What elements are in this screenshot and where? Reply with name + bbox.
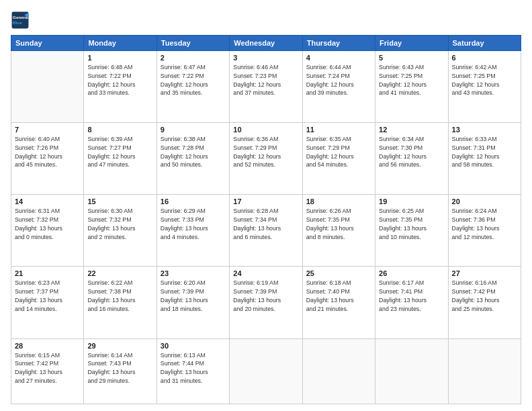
day-info: Sunrise: 6:35 AMSunset: 7:29 PMDaylight:…	[306, 135, 371, 169]
day-info: Sunrise: 6:13 AMSunset: 7:44 PMDaylight:…	[161, 351, 226, 385]
day-cell: 3Sunrise: 6:46 AMSunset: 7:23 PMDaylight…	[230, 51, 302, 123]
day-info: Sunrise: 6:14 AMSunset: 7:43 PMDaylight:…	[87, 351, 152, 385]
day-cell: 23Sunrise: 6:20 AMSunset: 7:39 PMDayligh…	[157, 267, 229, 338]
day-info: Sunrise: 6:22 AMSunset: 7:38 PMDaylight:…	[87, 279, 152, 313]
day-number: 14	[15, 197, 80, 205]
day-info: Sunrise: 6:16 AMSunset: 7:42 PMDaylight:…	[452, 279, 517, 313]
day-number: 25	[306, 269, 371, 277]
day-number: 18	[306, 197, 371, 205]
day-info: Sunrise: 6:30 AMSunset: 7:32 PMDaylight:…	[87, 207, 152, 241]
logo-icon: General Blue	[11, 11, 30, 30]
day-info: Sunrise: 6:23 AMSunset: 7:37 PMDaylight:…	[15, 279, 80, 313]
day-number: 22	[87, 269, 152, 277]
day-cell: 15Sunrise: 6:30 AMSunset: 7:32 PMDayligh…	[84, 195, 157, 267]
day-info: Sunrise: 6:44 AMSunset: 7:24 PMDaylight:…	[306, 63, 371, 97]
day-number: 1	[87, 54, 152, 62]
day-number: 3	[233, 54, 298, 62]
week-row-4: 21Sunrise: 6:23 AMSunset: 7:37 PMDayligh…	[11, 267, 521, 338]
day-info: Sunrise: 6:20 AMSunset: 7:39 PMDaylight:…	[161, 279, 226, 313]
day-info: Sunrise: 6:38 AMSunset: 7:28 PMDaylight:…	[161, 135, 226, 169]
day-number: 6	[452, 54, 517, 62]
day-cell: 11Sunrise: 6:35 AMSunset: 7:29 PMDayligh…	[302, 123, 375, 195]
day-cell: 8Sunrise: 6:39 AMSunset: 7:27 PMDaylight…	[84, 123, 157, 195]
day-cell: 18Sunrise: 6:26 AMSunset: 7:35 PMDayligh…	[302, 195, 375, 267]
day-cell: 19Sunrise: 6:25 AMSunset: 7:35 PMDayligh…	[375, 195, 448, 267]
day-info: Sunrise: 6:47 AMSunset: 7:22 PMDaylight:…	[161, 63, 226, 97]
day-info: Sunrise: 6:39 AMSunset: 7:27 PMDaylight:…	[87, 135, 152, 169]
day-cell	[375, 338, 448, 404]
day-number: 28	[15, 342, 80, 350]
day-cell: 6Sunrise: 6:42 AMSunset: 7:25 PMDaylight…	[448, 51, 521, 123]
day-cell	[302, 338, 375, 404]
day-number: 26	[379, 269, 444, 277]
day-number: 30	[161, 342, 226, 350]
day-info: Sunrise: 6:25 AMSunset: 7:35 PMDaylight:…	[379, 207, 444, 241]
day-number: 10	[233, 126, 298, 134]
calendar-table: SundayMondayTuesdayWednesdayThursdayFrid…	[11, 35, 521, 404]
day-number: 4	[306, 54, 371, 62]
day-cell	[448, 338, 521, 404]
day-cell: 1Sunrise: 6:48 AMSunset: 7:22 PMDaylight…	[84, 51, 157, 123]
day-cell: 26Sunrise: 6:17 AMSunset: 7:41 PMDayligh…	[375, 267, 448, 338]
day-cell: 30Sunrise: 6:13 AMSunset: 7:44 PMDayligh…	[157, 338, 229, 404]
day-info: Sunrise: 6:33 AMSunset: 7:31 PMDaylight:…	[452, 135, 517, 169]
col-header-saturday: Saturday	[448, 36, 521, 51]
day-info: Sunrise: 6:26 AMSunset: 7:35 PMDaylight:…	[306, 207, 371, 241]
day-info: Sunrise: 6:48 AMSunset: 7:22 PMDaylight:…	[87, 63, 152, 97]
day-cell	[230, 338, 302, 404]
day-number: 13	[452, 126, 517, 134]
day-cell: 29Sunrise: 6:14 AMSunset: 7:43 PMDayligh…	[84, 338, 157, 404]
page: General Blue SundayMondayTuesdayWednesda…	[0, 0, 532, 411]
day-cell: 12Sunrise: 6:34 AMSunset: 7:30 PMDayligh…	[375, 123, 448, 195]
day-cell: 7Sunrise: 6:40 AMSunset: 7:26 PMDaylight…	[11, 123, 84, 195]
day-cell: 17Sunrise: 6:28 AMSunset: 7:34 PMDayligh…	[230, 195, 302, 267]
day-number: 15	[87, 197, 152, 205]
day-cell: 9Sunrise: 6:38 AMSunset: 7:28 PMDaylight…	[157, 123, 229, 195]
day-cell: 2Sunrise: 6:47 AMSunset: 7:22 PMDaylight…	[157, 51, 229, 123]
day-info: Sunrise: 6:42 AMSunset: 7:25 PMDaylight:…	[452, 63, 517, 97]
col-header-thursday: Thursday	[302, 36, 375, 51]
day-number: 19	[379, 197, 444, 205]
day-number: 8	[87, 126, 152, 134]
day-number: 12	[379, 126, 444, 134]
col-header-wednesday: Wednesday	[230, 36, 302, 51]
day-number: 2	[161, 54, 226, 62]
calendar-header-row: SundayMondayTuesdayWednesdayThursdayFrid…	[11, 36, 521, 51]
day-number: 27	[452, 269, 517, 277]
day-info: Sunrise: 6:15 AMSunset: 7:42 PMDaylight:…	[15, 351, 80, 385]
day-number: 21	[15, 269, 80, 277]
day-cell: 22Sunrise: 6:22 AMSunset: 7:38 PMDayligh…	[84, 267, 157, 338]
day-cell: 13Sunrise: 6:33 AMSunset: 7:31 PMDayligh…	[448, 123, 521, 195]
day-info: Sunrise: 6:34 AMSunset: 7:30 PMDaylight:…	[379, 135, 444, 169]
day-cell: 27Sunrise: 6:16 AMSunset: 7:42 PMDayligh…	[448, 267, 521, 338]
day-cell: 24Sunrise: 6:19 AMSunset: 7:39 PMDayligh…	[230, 267, 302, 338]
day-number: 20	[452, 197, 517, 205]
day-cell: 4Sunrise: 6:44 AMSunset: 7:24 PMDaylight…	[302, 51, 375, 123]
day-info: Sunrise: 6:18 AMSunset: 7:40 PMDaylight:…	[306, 279, 371, 313]
day-info: Sunrise: 6:19 AMSunset: 7:39 PMDaylight:…	[233, 279, 298, 313]
day-info: Sunrise: 6:17 AMSunset: 7:41 PMDaylight:…	[379, 279, 444, 313]
day-number: 23	[161, 269, 226, 277]
day-cell: 21Sunrise: 6:23 AMSunset: 7:37 PMDayligh…	[11, 267, 84, 338]
header: General Blue	[11, 11, 521, 30]
logo: General Blue	[11, 11, 30, 30]
day-cell: 14Sunrise: 6:31 AMSunset: 7:32 PMDayligh…	[11, 195, 84, 267]
day-number: 24	[233, 269, 298, 277]
week-row-3: 14Sunrise: 6:31 AMSunset: 7:32 PMDayligh…	[11, 195, 521, 267]
week-row-5: 28Sunrise: 6:15 AMSunset: 7:42 PMDayligh…	[11, 338, 521, 404]
day-number: 29	[87, 342, 152, 350]
day-cell	[11, 51, 84, 123]
day-cell: 25Sunrise: 6:18 AMSunset: 7:40 PMDayligh…	[302, 267, 375, 338]
day-info: Sunrise: 6:36 AMSunset: 7:29 PMDaylight:…	[233, 135, 298, 169]
day-info: Sunrise: 6:46 AMSunset: 7:23 PMDaylight:…	[233, 63, 298, 97]
day-cell: 28Sunrise: 6:15 AMSunset: 7:42 PMDayligh…	[11, 338, 84, 404]
col-header-sunday: Sunday	[11, 36, 84, 51]
day-info: Sunrise: 6:24 AMSunset: 7:36 PMDaylight:…	[452, 207, 517, 241]
day-number: 7	[15, 126, 80, 134]
day-number: 9	[161, 126, 226, 134]
day-cell: 5Sunrise: 6:43 AMSunset: 7:25 PMDaylight…	[375, 51, 448, 123]
week-row-2: 7Sunrise: 6:40 AMSunset: 7:26 PMDaylight…	[11, 123, 521, 195]
day-info: Sunrise: 6:29 AMSunset: 7:33 PMDaylight:…	[161, 207, 226, 241]
col-header-monday: Monday	[84, 36, 157, 51]
day-info: Sunrise: 6:40 AMSunset: 7:26 PMDaylight:…	[15, 135, 80, 169]
